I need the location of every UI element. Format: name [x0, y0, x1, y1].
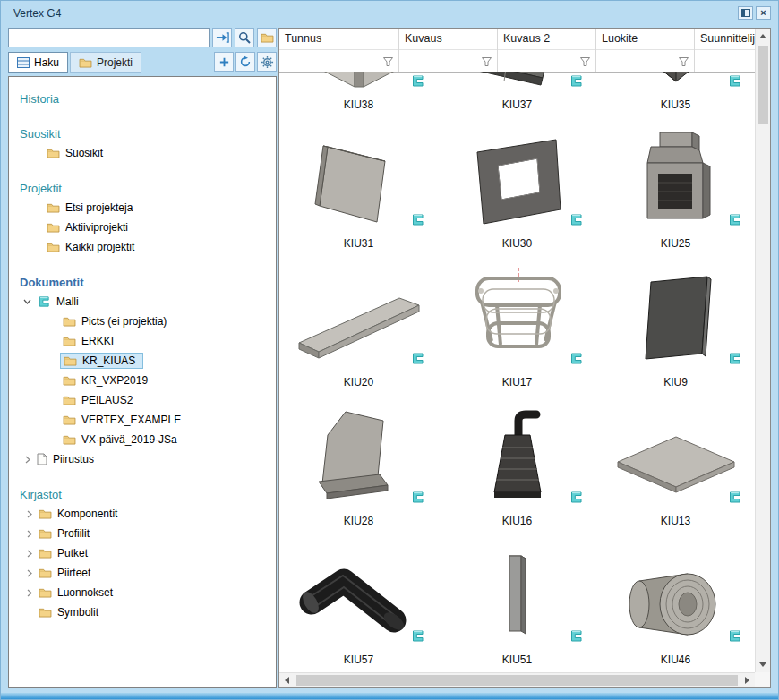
tree-item-picts[interactable]: Picts (ei projektia) — [9, 312, 276, 331]
open-folder-button[interactable] — [257, 28, 277, 47]
folder-icon — [63, 336, 76, 346]
tree-item-label: Profiilit — [57, 527, 90, 540]
tree-item-piirteet[interactable]: Piirteet — [9, 563, 276, 583]
grid-item-kiu38[interactable]: KIU38 — [279, 72, 438, 116]
vertical-scroll-thumb[interactable] — [758, 46, 768, 124]
chevron-right-icon[interactable] — [25, 550, 33, 558]
column-header-kuvaus2[interactable]: Kuvaus 2 — [498, 29, 596, 72]
tree-item-malli[interactable]: Malli — [9, 292, 276, 312]
grid-item-kiu28[interactable]: KIU28 — [279, 394, 438, 533]
chevron-down-icon[interactable] — [23, 299, 31, 304]
funnel-icon — [481, 56, 492, 67]
filter-button[interactable] — [381, 55, 395, 68]
grid-item-kiu30[interactable]: KIU30 — [438, 116, 596, 255]
go-button[interactable] — [212, 28, 232, 47]
tab-projekti[interactable]: Projekti — [70, 52, 141, 73]
column-header-kuvaus[interactable]: Kuvaus — [399, 29, 498, 72]
list-icon — [17, 57, 30, 68]
close-button[interactable]: × — [756, 6, 771, 20]
tree-item-profiilit[interactable]: Profiilit — [9, 524, 276, 543]
tree-item-piirustus[interactable]: Piirustus — [9, 449, 276, 469]
tree-item-putket[interactable]: Putket — [9, 543, 276, 563]
section-title-dokumentit[interactable]: Dokumentit — [9, 273, 276, 292]
float-window-button[interactable] — [738, 6, 753, 20]
scroll-left-button[interactable] — [279, 673, 295, 687]
folder-icon — [39, 548, 52, 559]
item-id: KIU38 — [344, 98, 373, 111]
right-arrow-icon — [745, 677, 749, 684]
grid-item-kiu31[interactable]: KIU31 — [279, 116, 438, 255]
grid-item-kiu25[interactable]: KIU25 — [596, 116, 755, 255]
tree-item-label: Luonnokset — [57, 586, 113, 599]
section-title-kirjastot[interactable]: Kirjastot — [9, 485, 276, 504]
grid-item-kiu9[interactable]: KIU9 — [596, 255, 755, 394]
refresh-button[interactable] — [235, 52, 255, 72]
chevron-right-icon[interactable] — [23, 456, 31, 464]
search-input[interactable] — [8, 28, 210, 47]
tree-item-erkki[interactable]: ERKKI — [9, 331, 276, 351]
column-label: Kuvaus 2 — [498, 29, 595, 50]
column-header-tunnus[interactable]: Tunnus — [279, 29, 399, 72]
nav-historia[interactable]: Historia — [9, 90, 276, 108]
tree-item-komponentit[interactable]: Komponentit — [9, 504, 276, 524]
section-title-suosikit[interactable]: Suosikit — [9, 124, 276, 143]
item-id: KIU57 — [344, 653, 373, 666]
tab-haku[interactable]: Haku — [8, 52, 68, 73]
tree-item-aktiiviprojekti[interactable]: Aktiiviprojekti — [9, 218, 276, 237]
grid-item-kiu13[interactable]: KIU13 — [596, 394, 755, 533]
folder-icon — [47, 202, 60, 213]
folder-icon — [63, 414, 76, 425]
section-title-projektit[interactable]: Projektit — [9, 179, 276, 198]
scroll-up-button[interactable] — [756, 29, 770, 44]
tab-projekti-label: Projekti — [97, 56, 133, 69]
tree-item-kaikki-projektit[interactable]: Kaikki projektit — [9, 237, 276, 257]
settings-button[interactable] — [257, 52, 277, 72]
chevron-right-icon[interactable] — [25, 530, 33, 538]
folder-icon — [47, 148, 60, 158]
add-button[interactable] — [214, 52, 234, 72]
filter-button[interactable] — [480, 55, 493, 68]
tree-item-label: Malli — [56, 295, 79, 308]
tree-item-vertex-example[interactable]: VERTEX_EXAMPLE — [9, 410, 276, 430]
grid-item-kiu16[interactable]: KIU16 — [438, 394, 596, 533]
grid-item-kiu20[interactable]: KIU20 — [279, 255, 438, 394]
column-header-suunnittelija[interactable]: Suunnittelij — [695, 29, 755, 72]
tree-item-luonnokset[interactable]: Luonnokset — [9, 583, 276, 602]
grid-item-kiu37[interactable]: KIU37 — [438, 72, 596, 116]
tree-item-peilaus2[interactable]: PEILAUS2 — [9, 390, 276, 410]
chevron-right-icon[interactable] — [25, 569, 33, 577]
tree-item-suosikit[interactable]: Suosikit — [9, 143, 276, 163]
tree-item-kr-vxp2019[interactable]: KR_VXP2019 — [9, 371, 276, 390]
filter-button[interactable] — [677, 55, 690, 68]
tab-spacer — [143, 52, 212, 73]
tree-item-label: Putket — [57, 547, 88, 559]
grid: KIU38 KIU37 K — [279, 72, 755, 671]
search-button[interactable] — [235, 28, 254, 47]
left-arrow-icon — [285, 677, 289, 684]
tree-item-symbolit[interactable]: Symbolit — [9, 602, 276, 622]
horizontal-scroll-thumb[interactable] — [296, 675, 738, 686]
grid-item-kiu57[interactable]: KIU57 — [279, 533, 438, 671]
component-icon — [569, 491, 584, 504]
tree-item-vx-paiva[interactable]: VX-päivä_2019-JSa — [9, 430, 276, 449]
grid-item-kiu51[interactable]: KIU51 — [438, 533, 596, 671]
horizontal-scrollbar[interactable] — [279, 672, 755, 687]
item-id: KIU35 — [661, 98, 690, 111]
component-icon — [569, 629, 584, 643]
scroll-down-button[interactable] — [756, 657, 770, 672]
column-header-luokite[interactable]: Luokite — [596, 29, 695, 72]
item-id: KIU9 — [663, 376, 688, 388]
tree-item-kr-kiuas[interactable]: KR_KIUAS — [9, 351, 276, 371]
grid-item-kiu35[interactable]: KIU35 — [596, 72, 755, 116]
grid-item-kiu17[interactable]: KIU17 — [438, 255, 596, 394]
filter-button[interactable] — [578, 55, 592, 68]
chevron-right-icon[interactable] — [25, 589, 33, 597]
chevron-right-icon[interactable] — [25, 510, 33, 518]
scroll-right-button[interactable] — [740, 673, 755, 687]
titlebar[interactable]: Vertex G4 × — [1, 1, 778, 26]
grid-item-kiu46[interactable]: KIU46 — [596, 533, 755, 671]
vertical-scrollbar[interactable] — [755, 29, 770, 672]
tree-item-etsi-projekteja[interactable]: Etsi projekteja — [9, 198, 276, 218]
window-title: Vertex G4 — [13, 7, 61, 20]
tree-item-label: Aktiiviprojekti — [65, 221, 128, 234]
